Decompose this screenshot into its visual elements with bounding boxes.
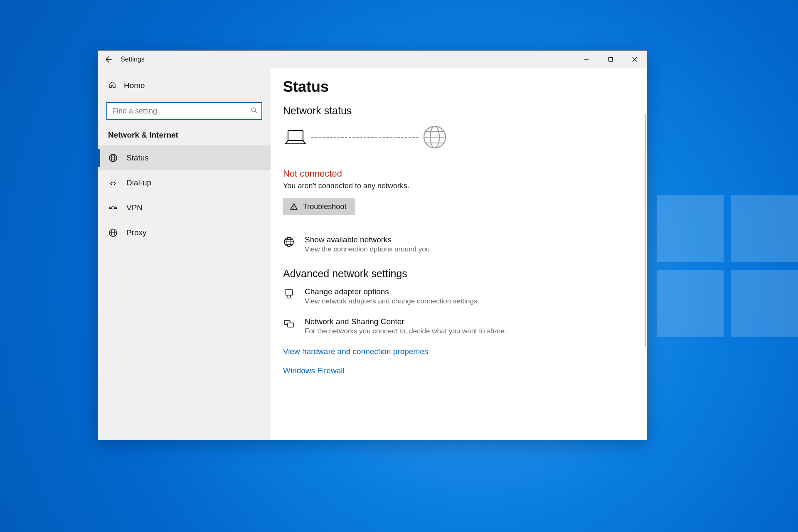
sidebar-home[interactable]: Home bbox=[98, 75, 271, 96]
sidebar-item-dialup[interactable]: Dial-up bbox=[98, 170, 271, 195]
page-title: Status bbox=[283, 78, 629, 96]
laptop-icon bbox=[284, 128, 307, 146]
sharing-center-row[interactable]: Network and Sharing Center For the netwo… bbox=[283, 317, 629, 335]
adapter-desc: View network adapters and change connect… bbox=[305, 297, 479, 305]
status-icon bbox=[108, 153, 118, 163]
windows-logo-bg bbox=[657, 195, 798, 337]
sidebar-item-label: Proxy bbox=[126, 228, 147, 237]
globe-small-icon bbox=[283, 235, 296, 249]
svg-point-4 bbox=[111, 184, 112, 185]
maximize-icon bbox=[608, 57, 613, 62]
svg-point-13 bbox=[293, 208, 294, 209]
warning-icon bbox=[290, 202, 298, 211]
maximize-button[interactable] bbox=[598, 51, 623, 68]
minimize-icon bbox=[584, 57, 589, 62]
home-icon bbox=[108, 81, 116, 91]
svg-rect-18 bbox=[288, 323, 293, 327]
back-arrow-icon bbox=[104, 55, 112, 64]
search-input[interactable] bbox=[106, 102, 262, 120]
scrollbar-thumb[interactable] bbox=[645, 114, 646, 347]
sidebar-category: Network & Internet bbox=[98, 127, 271, 145]
sharing-icon bbox=[283, 317, 296, 331]
svg-point-7 bbox=[115, 207, 117, 209]
titlebar: Settings bbox=[98, 51, 647, 68]
svg-rect-10 bbox=[288, 131, 303, 140]
search-icon bbox=[251, 107, 257, 115]
sidebar-item-label: Dial-up bbox=[126, 178, 151, 187]
vpn-icon bbox=[108, 204, 118, 212]
show-networks-desc: View the connection options around you. bbox=[305, 245, 432, 254]
windows-firewall-link[interactable]: Windows Firewall bbox=[283, 366, 629, 375]
sharing-desc: For the networks you connect to, decide … bbox=[305, 327, 507, 335]
network-status-heading: Network status bbox=[283, 105, 629, 117]
svg-rect-0 bbox=[609, 58, 613, 62]
show-networks-row[interactable]: Show available networks View the connect… bbox=[283, 235, 629, 254]
search-wrap bbox=[106, 102, 262, 120]
content: Status Network status Not connected You … bbox=[271, 68, 647, 440]
sidebar-item-label: VPN bbox=[126, 203, 143, 212]
sharing-title: Network and Sharing Center bbox=[305, 317, 507, 326]
proxy-icon bbox=[108, 228, 118, 237]
connection-dash bbox=[311, 137, 419, 138]
show-networks-title: Show available networks bbox=[305, 235, 432, 244]
troubleshoot-label: Troubleshoot bbox=[303, 202, 346, 211]
close-icon bbox=[632, 57, 637, 62]
svg-point-5 bbox=[114, 184, 116, 185]
hardware-properties-link[interactable]: View hardware and connection properties bbox=[283, 347, 629, 356]
troubleshoot-button[interactable]: Troubleshoot bbox=[283, 198, 355, 215]
sidebar-item-status[interactable]: Status bbox=[98, 145, 271, 170]
status-flag: Not connected bbox=[283, 168, 629, 179]
adapter-options-row[interactable]: Change adapter options View network adap… bbox=[283, 287, 629, 305]
minimize-button[interactable] bbox=[574, 51, 598, 68]
status-sub: You aren't connected to any networks. bbox=[283, 182, 629, 190]
advanced-heading: Advanced network settings bbox=[283, 268, 629, 280]
window-title: Settings bbox=[121, 56, 145, 63]
sidebar-item-label: Status bbox=[126, 153, 149, 163]
settings-window: Settings Home Networ bbox=[98, 50, 647, 440]
dialup-icon bbox=[108, 178, 118, 187]
svg-point-6 bbox=[109, 207, 111, 209]
adapter-icon bbox=[283, 287, 296, 301]
back-button[interactable] bbox=[98, 51, 118, 68]
sidebar: Home Network & Internet Status Dial- bbox=[98, 68, 271, 440]
adapter-title: Change adapter options bbox=[305, 287, 479, 296]
globe-icon bbox=[423, 125, 447, 149]
sidebar-item-vpn[interactable]: VPN bbox=[98, 195, 271, 220]
svg-rect-16 bbox=[285, 290, 293, 295]
svg-point-1 bbox=[251, 108, 256, 112]
sidebar-item-proxy[interactable]: Proxy bbox=[98, 220, 271, 245]
sidebar-home-label: Home bbox=[124, 81, 145, 90]
close-button[interactable] bbox=[623, 51, 647, 68]
network-diagram bbox=[284, 125, 629, 149]
